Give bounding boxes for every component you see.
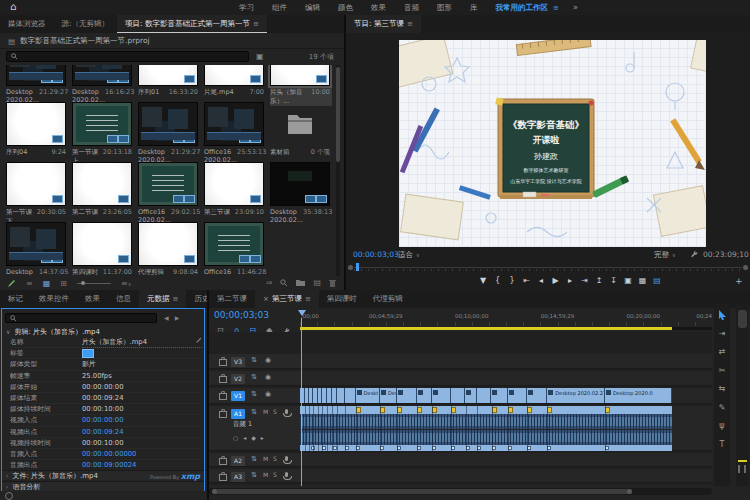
project-item[interactable]: 片尾.mp47:00 <box>204 65 266 97</box>
clip-metadata-section[interactable]: ∨剪辑: 片头（加音乐）.mp4 <box>6 327 100 337</box>
lock-icon[interactable] <box>219 458 227 465</box>
monitor-settings-icon[interactable] <box>690 250 698 258</box>
workspace-tab-4[interactable]: 效果 <box>362 3 395 13</box>
project-item[interactable]: 第四课时11:37:00 <box>72 222 134 276</box>
video-clip-segment[interactable] <box>477 388 492 403</box>
track-label-A1[interactable]: A1 <box>231 409 245 419</box>
workspace-tab-1[interactable]: 组件 <box>263 3 296 13</box>
track-lane-A1[interactable] <box>300 406 712 451</box>
track-label-A3[interactable]: A3 <box>231 472 245 482</box>
playback-resolution-select[interactable]: 完整∨ <box>654 250 676 260</box>
tab-project-1[interactable]: 源:（无剪辑） <box>54 15 118 33</box>
video-clip-segment[interactable]: Desktop 2020.02.21 - 21.29.27.0 <box>547 388 605 403</box>
track-label-A2[interactable]: A2 <box>231 456 245 466</box>
writable-pencil-icon[interactable] <box>8 279 16 287</box>
list-view-icon[interactable]: ≡ <box>26 279 33 288</box>
project-item[interactable]: 片头（加音乐）...10:00 <box>270 65 332 106</box>
filter-bin-icon[interactable]: ▣ <box>256 52 264 61</box>
video-clip-segment[interactable] <box>345 388 356 403</box>
automate-to-sequence-icon[interactable]: ⇒ <box>266 278 273 287</box>
track-height-zoom-bar[interactable] <box>738 460 747 462</box>
export-frame-button[interactable]: ▣ <box>622 276 634 285</box>
icon-view-icon[interactable]: ▦ <box>43 279 51 288</box>
razor-tool[interactable]: ✂ <box>714 364 730 378</box>
project-item[interactable]: 第二节课23:26:05 <box>72 162 134 217</box>
track-output-eye-icon[interactable]: ◉ <box>265 356 271 364</box>
tab-meta-0[interactable]: 标记 <box>0 290 31 308</box>
project-scrollbar[interactable] <box>336 65 340 276</box>
scrub-zoom-handle-left[interactable] <box>348 265 353 270</box>
mute-button[interactable]: M <box>263 408 268 415</box>
panel-menu-icon[interactable]: ≡ <box>173 295 179 303</box>
video-clip-segment[interactable]: Deskt <box>356 388 380 403</box>
workspace-tab-6[interactable]: 图形 <box>428 3 461 13</box>
track-label-V2[interactable]: V2 <box>231 374 245 384</box>
home-icon[interactable]: ⌂ <box>10 1 16 12</box>
sync-lock-icon[interactable]: ⇅ <box>251 408 257 416</box>
voiceover-mic-icon[interactable] <box>285 472 288 477</box>
project-item[interactable]: Desktop 2020.02...35:38:13 <box>270 162 332 224</box>
lock-icon[interactable] <box>219 376 227 383</box>
video-clip-segment[interactable] <box>451 388 466 403</box>
keyframe-nav-controls[interactable]: ○◂◆▸ <box>233 434 269 441</box>
monitor-scrubber[interactable] <box>348 263 748 273</box>
thumbnail-zoom-slider[interactable] <box>77 283 111 284</box>
work-area-bar[interactable] <box>300 327 672 330</box>
solo-button[interactable]: S <box>273 471 277 478</box>
track-select-forward-tool[interactable]: ⇥ <box>714 327 730 341</box>
a1-clip[interactable] <box>300 406 672 451</box>
track-output-eye-icon[interactable]: ◉ <box>265 373 271 381</box>
step-forward-button[interactable]: ▸ <box>564 276 576 285</box>
project-item[interactable]: Office16 2020.02...11:46:28 <box>204 222 266 276</box>
tab-project-2[interactable]: 项目: 数字影音基础正式第一周第一节≡ <box>117 15 267 33</box>
slip-tool[interactable]: ⇆ <box>714 382 730 396</box>
lift-button[interactable]: ↥ <box>593 276 605 285</box>
solo-button[interactable]: S <box>273 408 277 415</box>
track-lane-A2[interactable] <box>300 453 712 467</box>
lock-icon[interactable] <box>219 474 227 481</box>
file-metadata-section[interactable]: › 文件: 片头（加音乐）.mp4 Powered By xmp <box>2 470 204 480</box>
sort-icon[interactable]: ≡∨ <box>121 279 131 288</box>
new-item-icon[interactable]: ▤ <box>313 278 321 287</box>
panel-menu-icon[interactable]: ≡ <box>305 295 311 303</box>
search-input[interactable] <box>6 51 249 62</box>
workspace-overflow-icon[interactable]: » <box>573 3 578 12</box>
monitor-playhead[interactable] <box>356 263 359 271</box>
speech-analysis-section[interactable]: › 语音分析 <box>2 481 204 491</box>
panel-menu-icon[interactable]: ≡ <box>253 20 259 28</box>
track-height-handle-left[interactable] <box>738 465 740 473</box>
metadata-search-input[interactable] <box>5 313 157 323</box>
selection-tool[interactable] <box>714 308 730 322</box>
tab-sequence-2[interactable]: 第四课时 <box>319 290 365 308</box>
video-clip-segment[interactable] <box>417 388 432 403</box>
video-clip-segment[interactable] <box>491 388 508 403</box>
tab-meta-1[interactable]: 效果控件 <box>31 290 77 308</box>
timeline-playhead[interactable] <box>298 310 306 316</box>
workspace-tab-0[interactable]: 学习 <box>230 3 263 13</box>
go-to-in-button[interactable]: ⇤ <box>521 276 533 285</box>
label-color-chip[interactable] <box>82 349 94 358</box>
delete-icon[interactable] <box>329 279 336 287</box>
hand-tool[interactable]: ψ <box>714 419 730 433</box>
video-clip-segment[interactable] <box>337 388 344 403</box>
timeline-vertical-scrollbar[interactable] <box>736 304 749 486</box>
step-back-button[interactable]: ◂ <box>535 276 547 285</box>
lock-icon[interactable] <box>219 393 227 400</box>
workspace-tab-5[interactable]: 音频 <box>395 3 428 13</box>
sync-lock-icon[interactable]: ⇅ <box>251 455 257 463</box>
workspace-tab-2[interactable]: 编辑 <box>296 3 329 13</box>
project-item[interactable]: Desktop 2020.02...14:37:05 <box>6 222 68 276</box>
workspace-menu-icon[interactable]: ≡ <box>553 4 559 12</box>
mute-button[interactable]: M <box>263 455 268 462</box>
free-transform-view-icon[interactable]: ⊞ <box>60 279 67 288</box>
track-lane-V1[interactable]: DesktDesktDesktop 2020.02.21 - 21.29.27.… <box>300 388 712 404</box>
track-lane-A3[interactable] <box>300 469 712 483</box>
project-item[interactable]: 素材箱0 个项 <box>270 102 332 157</box>
scrub-zoom-handle-right[interactable] <box>743 265 748 270</box>
solo-button[interactable]: S <box>273 455 277 462</box>
workspace-tab-active[interactable]: 我常用的工作区 <box>487 3 558 13</box>
project-item[interactable]: Desktop 2020.02...21:29:27 <box>6 65 68 104</box>
project-item[interactable]: 序列0116:33:20 <box>138 65 200 97</box>
lock-icon[interactable] <box>219 359 227 366</box>
multicam-button[interactable]: ▤ <box>651 276 663 285</box>
